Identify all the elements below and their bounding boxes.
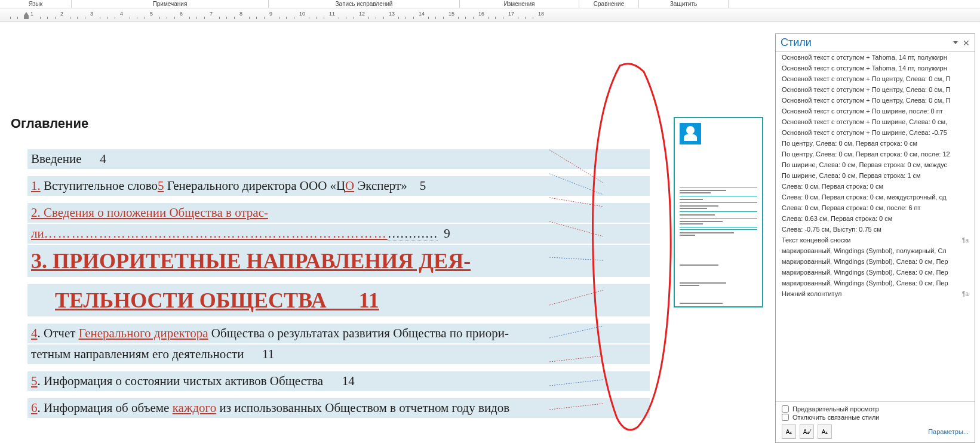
linked-checkbox[interactable]: Отключить связанные стили (782, 414, 969, 421)
preview-checkbox-input[interactable] (782, 405, 789, 413)
toc-entry[interactable]: 1. Вступительное слово5 Генерального дир… (27, 176, 650, 196)
toc-heading: Оглавление (11, 116, 650, 131)
style-item[interactable]: По ширине, Слева: 0 см, Первая строка: 0… (776, 159, 975, 170)
style-item-label: Слева: 0 см, Первая строка: 0 см, после:… (782, 204, 921, 211)
style-item-label: маркированный, Wingdings (Symbol), полуж… (782, 247, 947, 254)
style-item[interactable]: Основной текст с отступом + По ширине, С… (776, 116, 975, 127)
style-item[interactable]: Основной текст с отступом + По ширине, п… (776, 106, 975, 116)
style-item[interactable]: Нижний колонтитул¶a (776, 288, 975, 299)
style-item[interactable]: Текст концевой сноски¶a (776, 235, 975, 245)
toc-entry[interactable]: 3. ПРИОРИТЕТНЫЕ НАПРАВЛЕНИЯ ДЕЯ- (27, 245, 650, 277)
style-item-label: Основной текст с отступом + По центру, С… (782, 86, 950, 93)
tab-label: Запись исправлений (336, 1, 393, 7)
tab-label: Примечания (153, 1, 188, 7)
style-item[interactable]: Слева: 0 см, Первая строка: 0 см (776, 181, 975, 192)
style-item[interactable]: Основной текст с отступом + Tahoma, 14 п… (776, 63, 975, 73)
ruler-number: 5 (150, 11, 153, 17)
ruler-number: 2 (60, 11, 63, 17)
style-item[interactable]: Основной текст с отступом + По ширине, С… (776, 127, 975, 138)
document-area[interactable]: Оглавление Введение 41. Вступительное сл… (0, 21, 656, 443)
ruler-number: 10 (299, 11, 305, 17)
style-item-label: маркированный, Wingdings (Symbol), Слева… (782, 269, 948, 276)
style-item[interactable]: Основной текст с отступом + По центру, С… (776, 84, 975, 95)
style-item-label: Нижний колонтитул (782, 290, 841, 297)
ribbon-tab-language[interactable]: Язык (0, 0, 72, 8)
style-inspector-button[interactable]: A₄⁄ (800, 424, 814, 439)
toc-entry[interactable]: тетным направлениям его деятельности 11 (27, 344, 650, 364)
ruler-number: 6 (180, 11, 183, 17)
style-item[interactable]: По центру, Слева: 0 см, Первая строка: 0… (776, 149, 975, 159)
pilcrow-icon: ¶a (962, 237, 969, 244)
style-item[interactable]: маркированный, Wingdings (Symbol), Слева… (776, 278, 975, 288)
ribbon-tab-protect[interactable]: Защитить (639, 0, 729, 8)
style-item[interactable]: маркированный, Wingdings (Symbol), Слева… (776, 256, 975, 267)
style-item-label: Слева: -0.75 см, Выступ: 0.75 см (782, 226, 881, 233)
tab-label: Сравнение (594, 1, 624, 7)
new-style-button[interactable]: A₄ (782, 424, 796, 439)
ruler-number: 4 (120, 11, 123, 17)
ruler-number: 1 (30, 11, 33, 17)
ribbon-tab-changes[interactable]: Изменения (460, 0, 579, 8)
styles-list[interactable]: Основной текст с отступом + Tahoma, 14 п… (776, 52, 975, 401)
toc-entry[interactable]: 6. Информация об объеме каждого из испол… (27, 398, 650, 418)
ruler-number: 17 (508, 11, 514, 17)
tab-label: Защитить (670, 1, 697, 7)
styles-pane-header: Стили ✕ (776, 34, 975, 52)
styles-pane-title: Стили (781, 36, 953, 49)
ribbon-tab-notes[interactable]: Примечания (72, 0, 269, 8)
style-item[interactable]: маркированный, Wingdings (Symbol), Слева… (776, 267, 975, 278)
toc-entry[interactable]: ТЕЛЬНОСТИ ОБЩЕСТВА 11 (27, 284, 650, 316)
ruler-number: 14 (419, 11, 425, 17)
mini-page[interactable] (674, 117, 763, 307)
style-item-label: Основной текст с отступом + По ширине, п… (782, 107, 943, 115)
ruler[interactable]: 123456789101112131415161718 (0, 8, 980, 21)
pilcrow-icon: ¶a (962, 291, 969, 297)
style-item[interactable]: Слева: 0 см, Первая строка: 0 см, междус… (776, 192, 975, 202)
ruler-number: 18 (538, 11, 544, 17)
style-item-label: По ширине, Слева: 0 см, Первая строка: 1… (782, 172, 921, 179)
tab-label: Язык (29, 1, 42, 7)
toc-entry[interactable]: 5. Информация о состоянии чистых активов… (27, 371, 650, 391)
style-item[interactable]: По ширине, Слева: 0 см, Первая строка: 1… (776, 170, 975, 181)
styles-pane: Стили ✕ Основной текст с отступом + Taho… (775, 33, 975, 443)
ruler-number: 13 (389, 11, 395, 17)
ribbon-tab-track[interactable]: Запись исправлений (269, 0, 460, 8)
style-item-label: Текст концевой сноски (782, 236, 850, 244)
ribbon-tab-compare[interactable]: Сравнение (579, 0, 639, 8)
style-item[interactable]: Слева: 0 см, Первая строка: 0 см, после:… (776, 202, 975, 213)
toc-entry[interactable]: 2. Сведения о положении Общества в отрас… (27, 203, 650, 223)
style-item-label: По центру, Слева: 0 см, Первая строка: 0… (782, 140, 917, 147)
close-icon[interactable]: ✕ (963, 38, 970, 48)
style-item-label: Слева: 0 см, Первая строка: 0 см (782, 183, 883, 190)
style-item-label: Слева: 0 см, Первая строка: 0 см, междус… (782, 193, 947, 201)
style-item-label: Основной текст с отступом + По ширине, С… (782, 129, 947, 136)
toc-entry[interactable]: ли…………………………………………………………………………… 9 (27, 224, 650, 244)
style-item[interactable]: маркированный, Wingdings (Symbol), полуж… (776, 245, 975, 256)
style-item-label: маркированный, Wingdings (Symbol), Слева… (782, 279, 948, 287)
linked-checkbox-label: Отключить связанные стили (792, 414, 879, 421)
style-item-label: Слева: 0.63 см, Первая строка: 0 см (782, 215, 892, 222)
linked-checkbox-input[interactable] (782, 414, 789, 421)
chevron-down-icon[interactable] (953, 41, 958, 44)
style-item[interactable]: Основной текст с отступом + По центру, С… (776, 73, 975, 84)
style-item-label: Основной текст с отступом + По центру, С… (782, 75, 950, 82)
manage-styles-button[interactable]: A₄ (818, 424, 832, 439)
style-item-label: По ширине, Слева: 0 см, Первая строка: 0… (782, 161, 947, 168)
ruler-number: 7 (210, 11, 213, 17)
style-item[interactable]: По центру, Слева: 0 см, Первая строка: 0… (776, 138, 975, 149)
params-link[interactable]: Параметры... (928, 428, 969, 435)
style-item[interactable]: Основной текст с отступом + Tahoma, 14 п… (776, 52, 975, 63)
preview-checkbox[interactable]: Предварительный просмотр (782, 405, 969, 413)
ruler-number: 12 (359, 11, 365, 17)
tab-label: Изменения (504, 1, 535, 7)
toc-entry[interactable]: 4. Отчет Генерального директора Общества… (27, 324, 650, 343)
style-item[interactable]: Слева: 0.63 см, Первая строка: 0 см (776, 213, 975, 224)
toc-block: Введение 41. Вступительное слово5 Генера… (27, 149, 650, 418)
ruler-number: 11 (329, 11, 335, 17)
toc-entry[interactable]: Введение 4 (27, 149, 650, 169)
style-item[interactable]: Основной текст с отступом + По центру, С… (776, 95, 975, 106)
ruler-number: 9 (269, 11, 272, 17)
ruler-number: 3 (90, 11, 93, 17)
ruler-number: 15 (448, 11, 454, 17)
style-item[interactable]: Слева: -0.75 см, Выступ: 0.75 см (776, 224, 975, 235)
